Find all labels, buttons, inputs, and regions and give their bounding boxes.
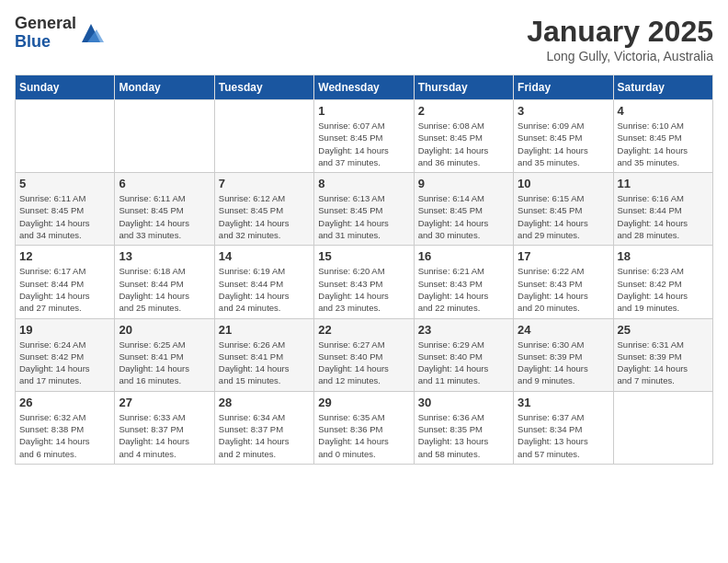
title-section: January 2025 Long Gully, Victoria, Austr… (527, 15, 713, 63)
logo-blue: Blue (15, 33, 76, 52)
day-number: 10 (518, 177, 609, 190)
day-info: Sunrise: 6:27 AMSunset: 8:40 PMDaylight:… (318, 339, 409, 387)
day-info: Sunrise: 6:18 AMSunset: 8:44 PMDaylight:… (119, 265, 210, 314)
calendar-cell: 14Sunrise: 6:19 AMSunset: 8:44 PMDayligh… (214, 246, 313, 318)
logo-icon (78, 20, 104, 46)
day-header-thursday: Thursday (414, 75, 513, 100)
calendar-cell: 18Sunrise: 6:23 AMSunset: 8:42 PMDayligh… (613, 246, 712, 318)
calendar-cell: 19Sunrise: 6:24 AMSunset: 8:42 PMDayligh… (16, 318, 115, 391)
day-header-monday: Monday (115, 75, 214, 100)
day-info: Sunrise: 6:10 AMSunset: 8:45 PMDaylight:… (618, 120, 709, 168)
day-number: 9 (418, 177, 509, 190)
calendar-cell (613, 391, 712, 464)
calendar-cell: 26Sunrise: 6:32 AMSunset: 8:38 PMDayligh… (16, 391, 115, 464)
day-info: Sunrise: 6:11 AMSunset: 8:45 PMDaylight:… (19, 192, 110, 241)
day-info: Sunrise: 6:36 AMSunset: 8:35 PMDaylight:… (418, 411, 509, 460)
logo: General Blue (15, 15, 104, 52)
day-info: Sunrise: 6:21 AMSunset: 8:43 PMDaylight:… (418, 265, 509, 314)
day-header-friday: Friday (514, 75, 613, 100)
day-number: 25 (618, 323, 709, 337)
day-header-tuesday: Tuesday (214, 75, 313, 100)
calendar-cell: 9Sunrise: 6:14 AMSunset: 8:45 PMDaylight… (414, 173, 513, 246)
calendar-cell: 13Sunrise: 6:18 AMSunset: 8:44 PMDayligh… (115, 246, 214, 318)
logo-general: General (15, 15, 76, 33)
day-header-saturday: Saturday (613, 75, 712, 100)
day-info: Sunrise: 6:29 AMSunset: 8:40 PMDaylight:… (418, 339, 509, 387)
day-info: Sunrise: 6:14 AMSunset: 8:45 PMDaylight:… (418, 192, 509, 241)
day-number: 4 (618, 104, 709, 118)
calendar-cell: 7Sunrise: 6:12 AMSunset: 8:45 PMDaylight… (214, 173, 313, 246)
header-row: SundayMondayTuesdayWednesdayThursdayFrid… (16, 75, 713, 100)
day-info: Sunrise: 6:37 AMSunset: 8:34 PMDaylight:… (518, 411, 609, 460)
calendar-cell: 24Sunrise: 6:30 AMSunset: 8:39 PMDayligh… (514, 318, 613, 391)
day-number: 5 (19, 177, 110, 190)
month-title: January 2025 (527, 15, 713, 49)
logo-text: General Blue (15, 15, 76, 52)
day-number: 23 (418, 323, 509, 337)
day-number: 22 (318, 323, 409, 337)
calendar-header: SundayMondayTuesdayWednesdayThursdayFrid… (16, 75, 713, 100)
calendar-cell: 10Sunrise: 6:15 AMSunset: 8:45 PMDayligh… (514, 173, 613, 246)
calendar-cell: 12Sunrise: 6:17 AMSunset: 8:44 PMDayligh… (16, 246, 115, 318)
calendar-cell (16, 100, 115, 173)
day-number: 17 (518, 249, 609, 263)
calendar-table: SundayMondayTuesdayWednesdayThursdayFrid… (15, 75, 713, 465)
day-number: 26 (19, 396, 110, 409)
day-header-wednesday: Wednesday (314, 75, 414, 100)
calendar-cell (214, 100, 313, 173)
week-row-3: 12Sunrise: 6:17 AMSunset: 8:44 PMDayligh… (16, 246, 713, 318)
day-number: 15 (318, 249, 409, 263)
day-info: Sunrise: 6:13 AMSunset: 8:45 PMDaylight:… (318, 192, 409, 241)
day-header-sunday: Sunday (16, 75, 115, 100)
calendar-cell: 11Sunrise: 6:16 AMSunset: 8:44 PMDayligh… (613, 173, 712, 246)
day-number: 2 (418, 104, 509, 118)
calendar-cell: 21Sunrise: 6:26 AMSunset: 8:41 PMDayligh… (214, 318, 313, 391)
calendar-cell: 5Sunrise: 6:11 AMSunset: 8:45 PMDaylight… (16, 173, 115, 246)
day-info: Sunrise: 6:07 AMSunset: 8:45 PMDaylight:… (318, 120, 409, 168)
day-info: Sunrise: 6:26 AMSunset: 8:41 PMDaylight:… (219, 339, 310, 387)
day-number: 27 (119, 396, 210, 409)
day-info: Sunrise: 6:08 AMSunset: 8:45 PMDaylight:… (418, 120, 509, 168)
calendar-cell: 31Sunrise: 6:37 AMSunset: 8:34 PMDayligh… (514, 391, 613, 464)
calendar-cell: 22Sunrise: 6:27 AMSunset: 8:40 PMDayligh… (314, 318, 414, 391)
day-info: Sunrise: 6:11 AMSunset: 8:45 PMDaylight:… (119, 192, 210, 241)
day-info: Sunrise: 6:30 AMSunset: 8:39 PMDaylight:… (518, 339, 609, 387)
day-info: Sunrise: 6:34 AMSunset: 8:37 PMDaylight:… (219, 411, 310, 460)
day-info: Sunrise: 6:16 AMSunset: 8:44 PMDaylight:… (618, 192, 709, 241)
calendar-cell: 8Sunrise: 6:13 AMSunset: 8:45 PMDaylight… (314, 173, 414, 246)
location: Long Gully, Victoria, Australia (527, 49, 713, 63)
calendar-cell: 27Sunrise: 6:33 AMSunset: 8:37 PMDayligh… (115, 391, 214, 464)
day-number: 16 (418, 249, 509, 263)
day-info: Sunrise: 6:15 AMSunset: 8:45 PMDaylight:… (518, 192, 609, 241)
day-number: 29 (318, 396, 409, 409)
week-row-2: 5Sunrise: 6:11 AMSunset: 8:45 PMDaylight… (16, 173, 713, 246)
calendar-cell: 3Sunrise: 6:09 AMSunset: 8:45 PMDaylight… (514, 100, 613, 173)
day-info: Sunrise: 6:09 AMSunset: 8:45 PMDaylight:… (518, 120, 609, 168)
day-info: Sunrise: 6:31 AMSunset: 8:39 PMDaylight:… (618, 339, 709, 387)
calendar-cell: 15Sunrise: 6:20 AMSunset: 8:43 PMDayligh… (314, 246, 414, 318)
day-info: Sunrise: 6:17 AMSunset: 8:44 PMDaylight:… (19, 265, 110, 314)
day-number: 12 (19, 249, 110, 263)
day-info: Sunrise: 6:24 AMSunset: 8:42 PMDaylight:… (19, 339, 110, 387)
week-row-4: 19Sunrise: 6:24 AMSunset: 8:42 PMDayligh… (16, 318, 713, 391)
day-number: 13 (119, 249, 210, 263)
calendar-cell: 28Sunrise: 6:34 AMSunset: 8:37 PMDayligh… (214, 391, 313, 464)
calendar-cell: 30Sunrise: 6:36 AMSunset: 8:35 PMDayligh… (414, 391, 513, 464)
day-number: 1 (318, 104, 409, 118)
day-info: Sunrise: 6:12 AMSunset: 8:45 PMDaylight:… (219, 192, 310, 241)
day-number: 11 (618, 177, 709, 190)
day-number: 6 (119, 177, 210, 190)
day-number: 21 (219, 323, 310, 337)
day-number: 24 (518, 323, 609, 337)
day-number: 20 (119, 323, 210, 337)
day-number: 14 (219, 249, 310, 263)
calendar-cell: 20Sunrise: 6:25 AMSunset: 8:41 PMDayligh… (115, 318, 214, 391)
calendar-cell: 17Sunrise: 6:22 AMSunset: 8:43 PMDayligh… (514, 246, 613, 318)
calendar-cell (115, 100, 214, 173)
calendar-cell: 16Sunrise: 6:21 AMSunset: 8:43 PMDayligh… (414, 246, 513, 318)
day-number: 28 (219, 396, 310, 409)
day-info: Sunrise: 6:33 AMSunset: 8:37 PMDaylight:… (119, 411, 210, 460)
calendar-cell: 2Sunrise: 6:08 AMSunset: 8:45 PMDaylight… (414, 100, 513, 173)
week-row-1: 1Sunrise: 6:07 AMSunset: 8:45 PMDaylight… (16, 100, 713, 173)
day-number: 8 (318, 177, 409, 190)
